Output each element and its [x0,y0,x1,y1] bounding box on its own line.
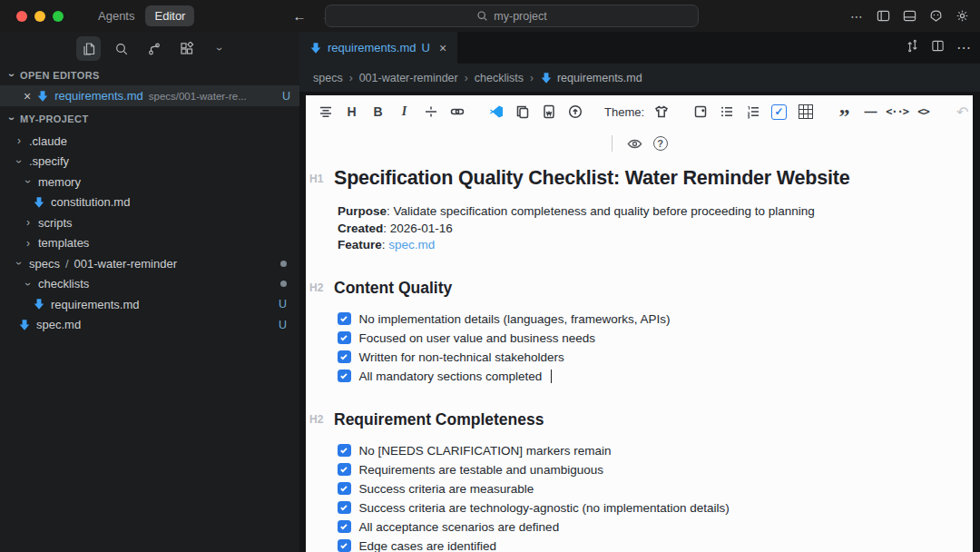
checked-checkbox-icon[interactable] [338,520,351,534]
tree-file-requirements[interactable]: requirements.md U [0,294,299,315]
breadcrumb-file[interactable]: requirements.md [540,72,642,84]
tree-folder-scripts[interactable]: › scripts [0,212,299,233]
spec-link[interactable]: spec.md [388,238,435,251]
modified-children-dot [280,261,287,267]
extensions-view-icon[interactable] [174,36,199,61]
history-back-icon[interactable]: ← [292,8,306,24]
checked-checkbox-icon[interactable] [338,350,351,364]
h2-gutter-label: H2 [309,279,326,294]
horizontal-rule-icon[interactable]: — [859,101,882,123]
tree-folder-checklists[interactable]: › checklists [0,274,299,295]
zoom-window-button[interactable] [53,11,64,22]
nav-tab-agents[interactable]: Agents [98,9,134,23]
tree-folder-memory[interactable]: › memory [0,172,299,192]
open-changes-icon[interactable] [906,39,919,56]
help-icon[interactable]: ? [653,136,668,151]
checked-checkbox-icon[interactable] [338,370,351,383]
tab-requirements-md[interactable]: requirements.md U × [299,32,457,64]
checklist-item[interactable]: Focused on user value and business needs [338,329,947,348]
preview-eye-icon[interactable] [627,136,642,152]
checked-checkbox-icon[interactable] [338,539,351,552]
minimize-window-button[interactable] [34,11,45,22]
checklist-item[interactable]: No implementation details (languages, fr… [338,310,947,329]
table-icon[interactable] [794,101,817,123]
tree-folder-templates[interactable]: › templates [0,233,299,254]
breadcrumb-specs[interactable]: specs [313,72,343,84]
upload-cloud-icon[interactable] [564,101,586,123]
checklist-item[interactable]: All acceptance scenarios are defined [338,518,947,537]
checked-checkbox-icon[interactable] [338,501,351,515]
open-editors-header[interactable]: › OPEN EDITORS [0,65,299,85]
insert-file-icon[interactable] [689,101,711,123]
checked-checkbox-icon[interactable] [338,331,351,345]
search-view-icon[interactable] [109,36,133,61]
git-status-badge: U [279,319,287,331]
checked-checkbox-icon[interactable] [338,444,351,458]
tree-file-constitution[interactable]: constitution.md [0,192,299,213]
outline-icon[interactable] [314,101,337,123]
theme-label: Theme: [604,105,644,119]
inline-code-icon[interactable]: <··> [886,101,908,123]
tree-folder-specs-compact[interactable]: › specs / 001-water-reminder [0,253,299,274]
bold-icon[interactable]: B [367,101,389,123]
project-root-header[interactable]: › MY-PROJECT [0,109,299,129]
vscode-logo-icon[interactable] [485,101,507,123]
breadcrumb-checklists[interactable]: checklists [475,72,524,84]
more-editor-actions-icon[interactable]: ⋯ [956,39,971,56]
more-actions-icon[interactable]: ⋯ [849,9,864,24]
checked-checkbox-icon[interactable] [338,463,351,477]
h1-gutter-label: H1 [309,167,326,185]
chevron-down-icon: › [22,177,34,186]
open-editor-filename: requirements.md [54,89,143,103]
toggle-panel-icon[interactable] [902,9,916,24]
blockquote-icon[interactable]: ” [833,101,856,123]
checklist-item[interactable]: No [NEEDS CLARIFICATION] markers remain [338,441,947,460]
tree-file-spec[interactable]: spec.md U [0,315,299,336]
tree-folder-specify[interactable]: › .specify [0,152,299,172]
checklist-item[interactable]: Success criteria are technology-agnostic… [338,498,947,518]
git-status-badge: U [282,90,290,103]
checklist-item[interactable]: Edge cases are identified [338,537,947,552]
italic-icon[interactable]: I [393,101,416,123]
split-editor-icon[interactable] [931,39,945,56]
open-editor-item[interactable]: × requirements.md specs/001-water-re... … [0,85,299,106]
command-center-search[interactable]: my-project [325,5,699,27]
copy-icon[interactable] [511,101,534,123]
nav-tab-editor[interactable]: Editor [145,5,194,26]
close-editor-icon[interactable]: × [24,89,31,104]
link-icon[interactable] [446,101,468,123]
chevron-right-icon: › [530,72,534,84]
tree-folder-claude[interactable]: › .claude [0,131,299,152]
toggle-sidebar-icon[interactable] [876,9,890,24]
export-docx-icon[interactable] [537,101,560,123]
source-control-icon[interactable] [142,36,166,61]
meta-created: Created: 2026-01-16 [338,221,947,238]
file-tree: › .claude › .specify › memory constituti… [0,131,299,335]
close-tab-icon[interactable]: × [439,41,446,55]
tab-git-badge: U [422,41,430,54]
checklist-item[interactable]: Written for non-technical stakeholders [338,348,947,367]
settings-gear-icon[interactable] [955,9,969,24]
code-block-icon[interactable]: <> [912,101,935,123]
breadcrumb-feature[interactable]: 001-water-reminder [359,72,458,84]
copilot-icon[interactable] [928,9,943,24]
checklist-item[interactable]: Success criteria are measurable [338,479,947,498]
views-chevron-down-icon[interactable]: › [207,36,231,61]
checklist-icon[interactable]: ✓ [768,101,790,123]
checklist-item[interactable]: Requirements are testable and unambiguou… [338,460,947,479]
checklist-item[interactable]: All mandatory sections completed [338,367,947,386]
editor-group: requirements.md U × ⋯ specs › 001-water-… [299,32,980,552]
ordered-list-icon[interactable] [741,101,764,123]
checked-checkbox-icon[interactable] [338,312,351,326]
checked-checkbox-icon[interactable] [338,482,351,496]
close-window-button[interactable] [16,11,27,22]
bullet-list-icon[interactable] [715,101,738,123]
markdown-file-icon [540,72,553,84]
explorer-view-icon[interactable] [76,36,101,61]
document-content[interactable]: H1 Specification Quality Checklist: Wate… [306,159,973,552]
theme-shirt-icon[interactable] [650,101,672,123]
markdown-editor-panel: H B I Theme: ✓ [306,95,973,552]
heading-icon[interactable]: H [340,101,363,123]
strikethrough-icon[interactable] [419,101,442,123]
meta-purpose: Purpose: Validate specification complete… [338,203,947,221]
